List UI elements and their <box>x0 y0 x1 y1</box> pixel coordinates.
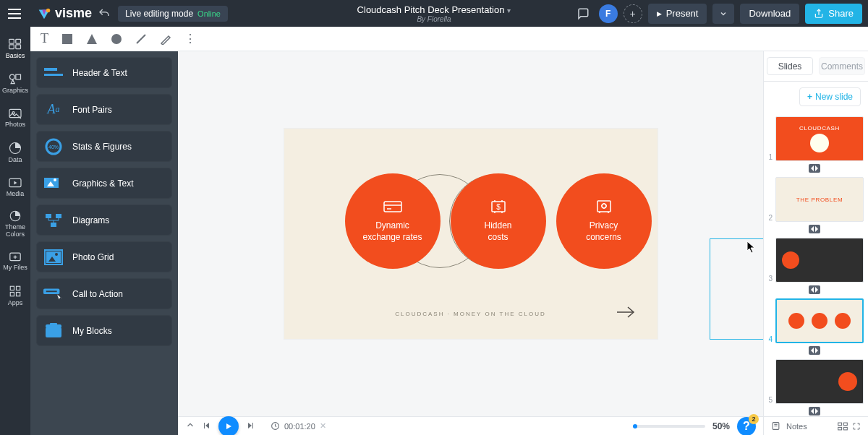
canvas[interactable]: Dynamic exchange rates $ Hidden costs Pr… <box>178 51 763 416</box>
transition-button-2[interactable] <box>809 225 820 233</box>
svg-rect-44 <box>46 290 57 292</box>
undo-button[interactable] <box>98 7 111 20</box>
draw-tool[interactable] <box>160 33 171 45</box>
add-collaborator-button[interactable]: + <box>624 4 642 23</box>
text-tool[interactable]: T <box>41 31 48 46</box>
svg-point-27 <box>111 34 122 44</box>
rail-apps[interactable]: Apps <box>0 278 30 313</box>
problem-circle-2[interactable]: $ Hidden costs <box>451 173 546 269</box>
close-timeline-button[interactable]: ✕ <box>320 421 326 431</box>
zoom-slider[interactable] <box>633 425 705 428</box>
present-options-button[interactable] <box>712 4 734 24</box>
thumb-num-3: 3 <box>765 275 773 283</box>
slide-thumb-4[interactable] <box>775 298 864 343</box>
current-slide[interactable]: Dynamic exchange rates $ Hidden costs Pr… <box>284 129 658 339</box>
problem-circle-3[interactable]: Privacy concerns <box>556 173 652 269</box>
rail-my-files[interactable]: My Files <box>0 244 30 278</box>
rail-basics[interactable]: Basics <box>0 31 30 66</box>
svg-marker-68 <box>226 423 231 429</box>
help-notification-count: 2 <box>749 414 759 424</box>
square-tool[interactable] <box>61 33 73 45</box>
category-call-to-action[interactable]: Call to Action <box>36 278 172 309</box>
transition-button-5[interactable] <box>809 407 820 415</box>
svg-rect-45 <box>46 327 61 337</box>
rail-theme-colors[interactable]: Theme Colors <box>0 204 30 244</box>
svg-marker-74 <box>811 226 814 232</box>
triangle-tool[interactable] <box>86 33 98 45</box>
bottom-expand-button[interactable] <box>185 420 195 433</box>
present-button[interactable]: ▶ Present <box>648 4 707 24</box>
basics-toolbar: T ⋮ <box>30 27 868 51</box>
category-graphics-text[interactable]: Graphics & Text <box>36 168 172 199</box>
svg-marker-79 <box>815 348 818 353</box>
rail-photos[interactable]: Photos <box>0 100 30 135</box>
editing-mode-label: Live editing mode <box>125 9 193 19</box>
logo[interactable]: visme <box>36 6 92 22</box>
rail-data[interactable]: Data <box>0 135 30 170</box>
svg-marker-72 <box>811 165 814 171</box>
more-tools[interactable]: ⋮ <box>184 32 195 46</box>
download-button[interactable]: Download <box>740 4 799 24</box>
slide-thumb-3[interactable] <box>775 238 864 283</box>
slide-thumb-5[interactable] <box>775 359 864 404</box>
category-font-pairs[interactable]: Aa Font Pairs <box>36 94 172 125</box>
zoom-value[interactable]: 50% <box>712 421 730 431</box>
transition-button-3[interactable] <box>809 285 820 294</box>
next-arrow-icon[interactable] <box>617 306 636 322</box>
comments-icon[interactable] <box>573 4 593 24</box>
grid-view-icon[interactable] <box>838 422 848 431</box>
graphics-text-icon <box>43 173 64 194</box>
category-diagrams[interactable]: Diagrams <box>36 204 172 236</box>
slide-thumbnails: 1 CLOUDCASH 2 THE PROBLEM <box>764 112 868 435</box>
line-tool[interactable] <box>135 33 147 45</box>
svg-rect-23 <box>10 293 14 296</box>
svg-marker-73 <box>815 165 818 171</box>
skip-forward-button[interactable] <box>246 420 255 433</box>
rail-graphics[interactable]: Graphics <box>0 66 30 100</box>
play-button[interactable] <box>218 416 239 436</box>
svg-marker-11 <box>11 80 14 84</box>
share-icon <box>814 9 824 19</box>
svg-rect-5 <box>9 39 14 43</box>
svg-rect-12 <box>9 109 21 117</box>
share-button[interactable]: Share <box>805 4 862 24</box>
rail-media[interactable]: Media <box>0 170 30 204</box>
svg-rect-87 <box>838 427 842 430</box>
visme-logo-icon <box>36 6 52 22</box>
slide-tagline[interactable]: CLOUDCASH · MONEY ON THE CLOUD <box>284 311 658 317</box>
clock-icon <box>271 421 280 431</box>
svg-rect-70 <box>252 423 253 428</box>
circle-tool[interactable] <box>111 33 122 45</box>
money-icon: $ <box>488 199 509 215</box>
transition-button-1[interactable] <box>809 164 820 173</box>
avatar[interactable]: F <box>599 4 618 23</box>
notes-bar[interactable]: Notes <box>763 416 868 435</box>
hamburger-menu[interactable] <box>0 0 29 27</box>
editing-mode-pill[interactable]: Live editing mode Online <box>118 6 228 22</box>
problem-circle-1[interactable]: Dynamic exchange rates <box>345 173 441 269</box>
help-button[interactable]: ? 2 <box>737 417 756 436</box>
present-label: Present <box>666 8 699 19</box>
slide-thumb-1[interactable]: CLOUDCASH <box>775 116 864 161</box>
category-header-text[interactable]: Header & Text <box>36 57 172 88</box>
slide-thumb-2[interactable]: THE PROBLEM <box>775 177 864 222</box>
thumb-num-4: 4 <box>765 335 773 343</box>
svg-marker-76 <box>811 287 814 293</box>
skip-back-button[interactable] <box>203 420 211 433</box>
notes-icon <box>771 421 780 431</box>
category-my-blocks[interactable]: My Blocks <box>36 315 172 346</box>
doc-title-block[interactable]: Cloudcash Pitch Deck Presentation▾ By Fi… <box>357 4 511 23</box>
category-photo-grid[interactable]: Photo Grid <box>36 241 172 272</box>
tab-slides[interactable]: Slides <box>767 57 813 75</box>
svg-rect-21 <box>10 286 14 290</box>
header-text-icon <box>43 63 64 83</box>
thumb-num-2: 2 <box>765 214 773 222</box>
category-stats-figures[interactable]: 40% Stats & Figures <box>36 131 172 162</box>
transition-button-4[interactable] <box>809 346 820 355</box>
tab-comments[interactable]: Comments <box>819 57 865 75</box>
fullscreen-icon[interactable] <box>852 422 861 431</box>
new-slide-button[interactable]: + New slide <box>799 87 861 106</box>
basics-category-panel: Header & Text Aa Font Pairs 40% Stats & … <box>30 51 178 435</box>
doc-byline: By Fiorella <box>357 15 511 23</box>
svg-marker-26 <box>87 34 97 44</box>
